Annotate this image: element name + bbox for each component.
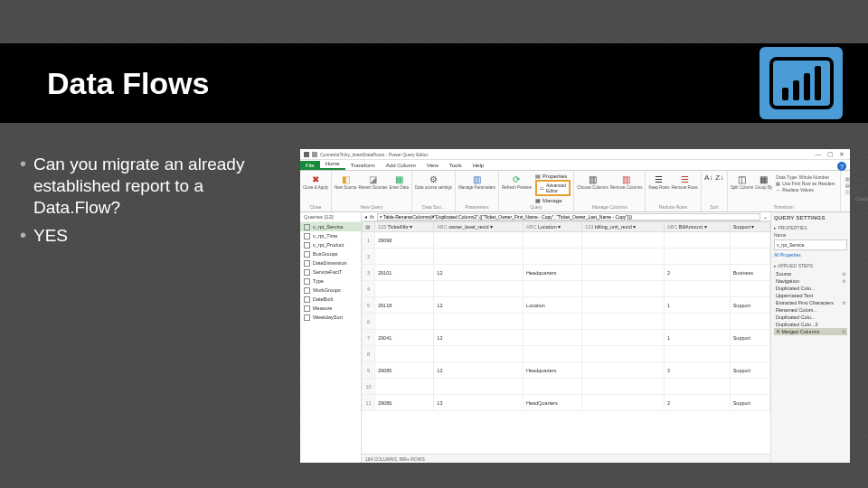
cell[interactable] — [664, 346, 730, 362]
cell[interactable]: HeadQuarters — [524, 395, 582, 411]
cell[interactable]: Headquarters — [524, 362, 582, 379]
query-item[interactable]: Measure — [300, 304, 361, 313]
cell[interactable]: 12 — [434, 362, 524, 379]
cell[interactable]: 12 — [434, 265, 524, 281]
cell[interactable]: 29085 — [375, 362, 434, 379]
query-item[interactable]: WorkGroups — [300, 286, 361, 295]
gear-icon[interactable]: ⚙ — [842, 329, 845, 334]
advanced-editor-button[interactable]: ▭Advanced Editor — [535, 180, 571, 196]
applied-step[interactable]: Duplicated Colu... — [774, 314, 847, 321]
cell[interactable]: Support — [730, 330, 769, 346]
replace-values-button[interactable]: ↔Replace Values — [776, 187, 835, 192]
cell[interactable]: 13 — [434, 395, 524, 411]
expand-icon[interactable]: ⌄ — [763, 213, 768, 220]
cell[interactable] — [582, 314, 665, 330]
cell[interactable] — [375, 281, 434, 297]
cell[interactable] — [582, 379, 665, 395]
cell[interactable] — [730, 346, 769, 362]
cell[interactable] — [524, 330, 582, 346]
cell[interactable] — [730, 379, 769, 395]
cell[interactable] — [582, 395, 665, 411]
split-column-button[interactable]: ◫Split Column — [731, 173, 754, 191]
column-header[interactable]: Support ▾ — [730, 222, 769, 232]
cell[interactable]: 29041 — [375, 330, 434, 346]
table-row[interactable]: 10 — [363, 379, 770, 395]
cell[interactable]: 12 — [434, 330, 524, 346]
cell[interactable] — [730, 314, 769, 330]
cell[interactable] — [582, 346, 665, 362]
column-header[interactable]: ABC owner_level_recid ▾ — [434, 222, 524, 232]
cell[interactable] — [664, 281, 730, 297]
remove-columns-button[interactable]: ▥Remove Columns — [610, 173, 643, 191]
table-row[interactable]: 129098 — [363, 232, 770, 249]
cell[interactable] — [582, 249, 665, 265]
table-row[interactable]: 729041121Support — [363, 330, 770, 346]
table-row[interactable]: 92908512Headquarters2Support — [363, 362, 770, 379]
first-row-headers-button[interactable]: ▦Use First Row as Headers — [776, 181, 835, 186]
remove-rows-button[interactable]: ☰Remove Rows — [671, 173, 697, 191]
table-row[interactable]: 52911812Location1Support — [363, 297, 770, 314]
cell[interactable] — [524, 281, 582, 297]
cell[interactable]: 29098 — [375, 232, 434, 249]
gear-icon[interactable]: ⚙ — [842, 300, 845, 305]
close-apply-button[interactable]: ✖Close & Apply — [303, 173, 328, 191]
fx-icon[interactable]: fx — [370, 214, 374, 220]
cell[interactable] — [524, 379, 582, 395]
cell[interactable] — [375, 314, 434, 330]
cell[interactable]: Support — [730, 395, 769, 411]
cell[interactable] — [582, 232, 665, 249]
choose-columns-button[interactable]: ▥Choose Columns — [577, 173, 609, 191]
cell[interactable] — [375, 249, 434, 265]
column-header[interactable]: ABC BillAmount ▾ — [664, 222, 730, 232]
applied-step[interactable]: Renamed Colum... — [774, 306, 847, 314]
cell[interactable] — [582, 330, 665, 346]
table-row[interactable]: 2 — [363, 249, 770, 265]
manage-button[interactable]: ▦Manage — [535, 197, 571, 203]
cell[interactable] — [434, 314, 524, 330]
cell[interactable] — [664, 232, 730, 249]
cell[interactable]: 29086 — [375, 395, 434, 411]
query-item[interactable]: v_rpt_Service — [300, 222, 361, 231]
applied-step[interactable]: Extracted First Characters⚙ — [774, 299, 847, 306]
cell[interactable]: 2 — [664, 395, 730, 411]
applied-step[interactable]: Uppercased Text — [774, 292, 847, 299]
table-row[interactable]: 8 — [363, 346, 770, 362]
merge-queries-button[interactable]: ▥Merge Queries — [845, 176, 868, 182]
table-row[interactable]: 112908613HeadQuarters2Support — [363, 395, 770, 411]
cell[interactable] — [434, 379, 524, 395]
manage-parameters-button[interactable]: ▥Manage Parameters — [458, 173, 495, 191]
help-tab[interactable]: Help — [467, 161, 489, 170]
group-by-button[interactable]: ▦Group By — [755, 173, 772, 191]
cell[interactable]: Location — [524, 297, 582, 314]
gear-icon[interactable]: ⚙ — [842, 271, 845, 277]
applied-step[interactable]: Navigation⚙ — [774, 277, 847, 285]
append-queries-button[interactable]: ▤Append Queries — [845, 183, 868, 188]
cell[interactable] — [434, 281, 524, 297]
query-item[interactable]: BusGroups — [300, 249, 361, 258]
keep-rows-button[interactable]: ☰Keep Rows — [648, 173, 669, 191]
cell[interactable] — [730, 249, 769, 265]
applied-step[interactable]: Duplicated Colu... — [774, 285, 847, 292]
view-tab[interactable]: View — [421, 161, 444, 170]
cell[interactable] — [664, 314, 730, 330]
column-header[interactable]: 123 TicketNbr ▾ — [375, 222, 434, 232]
properties-button[interactable]: ▤Properties — [535, 173, 571, 179]
table-row[interactable]: 6 — [363, 314, 770, 330]
query-item[interactable]: v_rpt_Time — [300, 231, 361, 240]
query-item[interactable]: ServiceFactT — [300, 267, 361, 277]
refresh-preview-button[interactable]: ⟳Refresh Preview — [502, 173, 532, 191]
column-header[interactable]: 123 billing_unit_recid ▾ — [582, 222, 665, 232]
cell[interactable] — [664, 249, 730, 265]
cell[interactable] — [730, 232, 769, 249]
cell[interactable]: 2 — [664, 265, 730, 281]
new-source-button[interactable]: ◧New Source — [335, 173, 357, 191]
query-item[interactable]: v_rpt_Product — [300, 240, 361, 249]
combine-files-button[interactable]: ◫Combine Files — [845, 189, 868, 194]
enter-data-button[interactable]: ▦Enter Data — [390, 173, 410, 191]
applied-step[interactable]: Source⚙ — [774, 270, 847, 277]
cell[interactable]: 29118 — [375, 297, 434, 314]
cell[interactable]: 1 — [664, 330, 730, 346]
cell[interactable]: 29101 — [375, 265, 434, 281]
cell[interactable] — [434, 249, 524, 265]
help-button[interactable]: ? — [837, 162, 846, 171]
